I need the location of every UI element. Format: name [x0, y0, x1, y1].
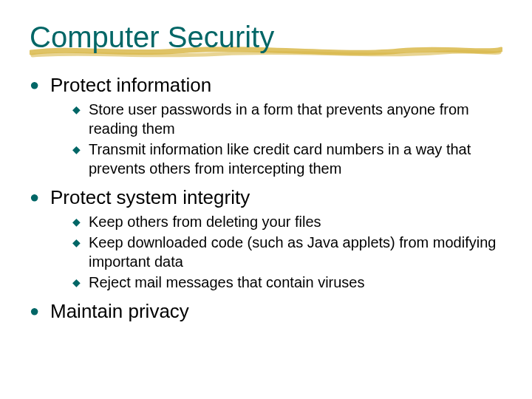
slide-title: Computer Security	[30, 21, 502, 54]
list-item: ● Protect information ◆ Store user passw…	[30, 73, 502, 178]
list-item: ◆ Reject mail messages that contain viru…	[72, 273, 502, 292]
list-item: ◆ Transmit information like credit card …	[72, 140, 502, 178]
list-item: ◆ Keep downloaded code (such as Java app…	[72, 233, 502, 271]
sub-bullet-text: Store user passwords in a form that prev…	[89, 100, 502, 138]
sub-bullet-text: Keep others from deleting your files	[89, 212, 321, 231]
sub-bullet-text: Transmit information like credit card nu…	[89, 140, 502, 178]
list-item: ◆ Store user passwords in a form that pr…	[72, 100, 502, 138]
disc-bullet-icon: ●	[30, 73, 50, 97]
list-item: ● Maintain privacy	[30, 299, 502, 323]
sub-list: ◆ Store user passwords in a form that pr…	[72, 100, 502, 178]
bullet-list: ● Protect information ◆ Store user passw…	[30, 73, 502, 323]
bullet-text: Maintain privacy	[50, 299, 189, 323]
sub-bullet-text: Reject mail messages that contain viruse…	[89, 273, 365, 292]
bullet-text: Protect information	[50, 73, 211, 97]
diamond-bullet-icon: ◆	[72, 233, 89, 252]
bullet-text: Protect system integrity	[50, 185, 250, 209]
list-item: ● Protect system integrity ◆ Keep others…	[30, 185, 502, 292]
list-item: ◆ Keep others from deleting your files	[72, 212, 502, 231]
slide: Computer Security ● Protect information …	[0, 0, 532, 399]
title-area: Computer Security	[30, 21, 502, 54]
disc-bullet-icon: ●	[30, 299, 50, 323]
diamond-bullet-icon: ◆	[72, 273, 89, 292]
diamond-bullet-icon: ◆	[72, 140, 89, 159]
diamond-bullet-icon: ◆	[72, 100, 89, 119]
sub-list: ◆ Keep others from deleting your files ◆…	[72, 212, 502, 292]
diamond-bullet-icon: ◆	[72, 212, 89, 231]
sub-bullet-text: Keep downloaded code (such as Java apple…	[89, 233, 502, 271]
disc-bullet-icon: ●	[30, 185, 50, 209]
